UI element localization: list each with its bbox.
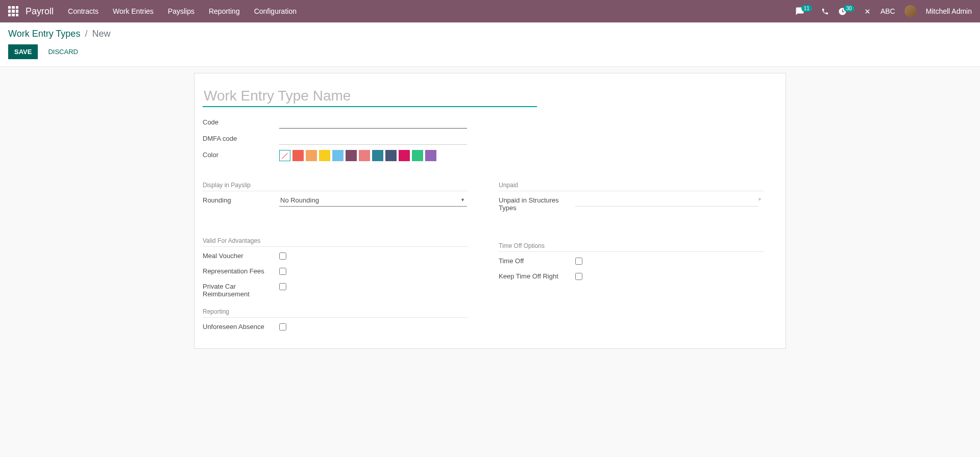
apps-icon[interactable] — [8, 6, 18, 16]
color-none[interactable] — [279, 150, 290, 161]
unpaid-struct-field[interactable] — [575, 194, 758, 207]
form-sheet: Code DMFA code Color — [194, 73, 786, 349]
label-unforeseen: Unforeseen Absence — [203, 321, 279, 331]
avatar[interactable] — [904, 5, 917, 17]
color-1[interactable] — [292, 150, 304, 161]
code-field[interactable] — [279, 116, 467, 129]
navbar: Payroll Contracts Work Entries Payslips … — [0, 0, 980, 22]
meal-checkbox[interactable] — [279, 252, 286, 260]
main-menu: Contracts Work Entries Payslips Reportin… — [68, 7, 297, 15]
color-11[interactable] — [425, 150, 436, 161]
company-switcher[interactable]: ABC — [880, 7, 895, 15]
breadcrumb: Work Entry Types / New — [8, 29, 972, 39]
close-icon[interactable] — [864, 8, 871, 15]
timeoff-checkbox[interactable] — [575, 258, 582, 265]
activities-icon[interactable]: 30 — [838, 7, 854, 16]
label-rounding: Rounding — [203, 194, 279, 204]
group-reporting: Reporting — [203, 308, 468, 318]
menu-configuration[interactable]: Configuration — [254, 7, 297, 15]
breadcrumb-parent[interactable]: Work Entry Types — [8, 29, 80, 39]
messages-icon[interactable]: 11 — [795, 7, 812, 16]
dmfa-field[interactable] — [279, 133, 467, 145]
label-color: Color — [203, 149, 279, 159]
rounding-select[interactable]: No Rounding — [279, 194, 467, 207]
color-7[interactable] — [372, 150, 383, 161]
color-3[interactable] — [319, 150, 330, 161]
app-brand[interactable]: Payroll — [26, 6, 54, 17]
repfees-checkbox[interactable] — [279, 268, 286, 275]
phone-icon[interactable] — [821, 8, 829, 15]
messages-badge: 11 — [801, 5, 812, 12]
color-6[interactable] — [359, 150, 370, 161]
color-4[interactable] — [332, 150, 344, 161]
breadcrumb-current: New — [92, 29, 110, 39]
label-meal: Meal Voucher — [203, 250, 279, 260]
label-unpaid-struct: Unpaid in Structures Types — [499, 194, 575, 212]
label-keep-timeoff: Keep Time Off Right — [499, 270, 575, 280]
menu-payslips[interactable]: Payslips — [168, 7, 194, 15]
color-8[interactable] — [385, 150, 397, 161]
label-car: Private Car Reimbursement — [203, 281, 279, 298]
car-checkbox[interactable] — [279, 283, 286, 290]
menu-contracts[interactable]: Contracts — [68, 7, 99, 15]
discard-button[interactable]: DISCARD — [44, 44, 82, 59]
color-2[interactable] — [306, 150, 317, 161]
activities-badge: 30 — [844, 5, 854, 12]
user-menu[interactable]: Mitchell Admin — [926, 7, 972, 15]
label-repfees: Representation Fees — [203, 265, 279, 275]
label-timeoff: Time Off — [499, 255, 575, 265]
color-10[interactable] — [412, 150, 423, 161]
group-unpaid: Unpaid — [499, 182, 764, 191]
group-timeoff: Time Off Options — [499, 242, 764, 252]
label-code: Code — [203, 116, 279, 126]
color-9[interactable] — [399, 150, 410, 161]
group-display: Display in Payslip — [203, 182, 468, 191]
name-field[interactable] — [203, 86, 537, 107]
save-button[interactable]: SAVE — [8, 44, 38, 59]
color-picker — [279, 150, 467, 161]
color-5[interactable] — [346, 150, 357, 161]
keep-timeoff-checkbox[interactable] — [575, 273, 582, 280]
unforeseen-checkbox[interactable] — [279, 323, 286, 331]
menu-work-entries[interactable]: Work Entries — [113, 7, 154, 15]
menu-reporting[interactable]: Reporting — [209, 7, 240, 15]
group-advantages: Valid For Advantages — [203, 237, 468, 247]
label-dmfa: DMFA code — [203, 133, 279, 142]
